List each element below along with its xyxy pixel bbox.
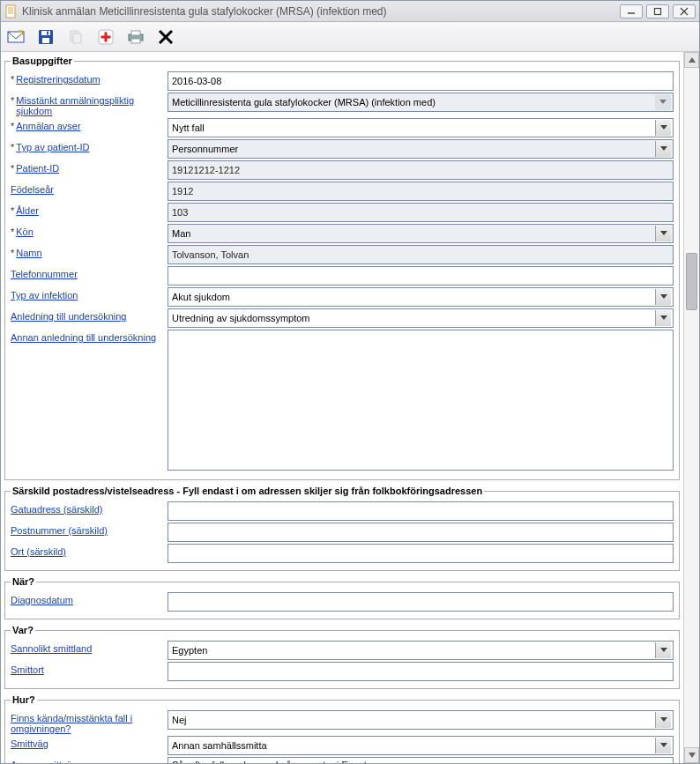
select-sannolikt-smittland[interactable]: Egypten [168,641,674,660]
scroll-down-button[interactable] [684,747,699,763]
input-postnummer[interactable] [168,523,674,542]
select-misstankt-sjukdom[interactable]: Meticillinresistenta gula stafylokocker … [168,93,674,112]
input-registreringsdatum[interactable] [168,71,674,91]
label-gatuadress[interactable]: Gatuadress (särskild) [11,504,103,515]
svg-rect-15 [73,33,81,43]
label-ort[interactable]: Ort (särskild) [11,546,66,557]
print-icon[interactable] [126,27,145,47]
label-anledning-undersokning[interactable]: Anledning till undersökning [11,311,126,322]
svg-marker-29 [660,315,667,320]
section-var: Var? Sannolikt smittland Egypten Smittor… [4,625,680,689]
minimize-button[interactable] [620,4,643,19]
label-annan-smittvag[interactable]: Annan smittväg [11,760,78,763]
svg-marker-24 [659,100,666,104]
label-postnummer[interactable]: Postnummer (särskild) [11,525,108,536]
svg-marker-31 [660,717,667,722]
label-sannolikt-smittland[interactable]: Sannolikt smittland [11,643,92,654]
chevron-down-icon [655,226,671,241]
label-registreringsdatum[interactable]: Registreringsdatum [16,74,100,85]
svg-rect-12 [42,38,49,43]
label-namn[interactable]: Namn [16,248,41,258]
label-smittort[interactable]: Smittort [11,664,44,675]
scroll-thumb[interactable] [686,253,697,310]
section-adress: Särskild postadress/vistelseadress - Fyl… [4,486,680,571]
chevron-down-icon [655,738,671,753]
label-kanda-fall[interactable]: Finns kända/misstänkta fall i omgivninge… [11,713,168,734]
maximize-button[interactable] [646,4,669,19]
legend-adress: Särskild postadress/vistelseadress - Fyl… [11,486,484,496]
label-alder[interactable]: Ålder [16,205,39,216]
window-buttons [620,4,696,19]
label-annan-anledning[interactable]: Annan anledning till undersökning [11,332,156,343]
chevron-down-icon [655,310,671,326]
label-typ-infektion[interactable]: Typ av infektion [11,290,78,300]
chevron-down-icon [655,712,671,728]
textarea-annan-smittvag[interactable] [168,757,674,763]
svg-marker-25 [660,125,667,130]
chevron-down-icon [655,642,671,658]
required-marker: * [11,74,14,85]
label-telefonnummer[interactable]: Telefonnummer [11,269,78,279]
svg-marker-34 [689,753,696,758]
window-title: Klinisk anmälan Meticillinresistenta gul… [22,5,620,18]
select-anledning-undersokning[interactable]: Utredning av sjukdomssymptom [168,308,674,328]
form-scroll[interactable]: Basuppgifter *Registreringsdatum *Misstä… [1,52,683,763]
label-patient-id[interactable]: Patient-ID [16,163,59,174]
label-anmalan-avser[interactable]: Anmälan avser [16,121,80,131]
label-kon[interactable]: Kön [16,226,34,237]
input-namn[interactable] [168,245,674,264]
select-smittvag[interactable]: Annan samhällssmitta [168,736,674,755]
svg-marker-33 [689,57,696,63]
document-icon [4,4,19,19]
chevron-down-icon [655,120,671,136]
legend-basuppgifter: Basuppgifter [11,56,74,66]
svg-marker-30 [660,648,667,652]
input-diagnosdatum[interactable] [168,592,674,612]
save-icon[interactable] [36,27,56,47]
svg-marker-27 [660,231,667,235]
select-kon[interactable]: Man [168,224,674,243]
input-patient-id[interactable] [168,160,674,180]
legend-nar: När? [11,576,36,587]
svg-marker-28 [660,294,667,299]
label-diagnosdatum[interactable]: Diagnosdatum [11,595,73,605]
scroll-up-button[interactable] [684,52,699,68]
legend-hur: Hur? [11,694,37,705]
input-ort[interactable] [168,544,674,563]
titlebar: Klinisk anmälan Meticillinresistenta gul… [1,1,699,22]
select-kanda-fall[interactable]: Nej [168,710,674,730]
label-misstankt-sjukdom[interactable]: Misstänkt anmälningspliktig sjukdom [16,95,168,116]
label-smittvag[interactable]: Smittväg [11,738,48,749]
input-alder[interactable] [168,203,674,222]
copy-icon[interactable] [66,27,86,47]
scroll-track[interactable] [684,68,699,747]
svg-rect-13 [47,31,48,34]
select-anmalan-avser[interactable]: Nytt fall [168,118,674,137]
cancel-icon[interactable] [156,27,175,47]
label-fodelsear[interactable]: Födelseår [11,184,54,195]
input-telefonnummer[interactable] [168,266,674,286]
label-typ-patient-id[interactable]: Typ av patient-ID [16,142,89,152]
select-typ-infektion[interactable]: Akut sjukdom [168,287,674,307]
select-typ-patient-id[interactable]: Personnummer [168,139,674,159]
svg-rect-20 [131,31,140,35]
textarea-annan-anledning[interactable] [168,330,674,471]
close-button[interactable] [673,4,696,19]
medical-icon[interactable] [96,27,115,47]
chevron-down-icon [655,141,671,157]
app-window: Klinisk anmälan Meticillinresistenta gul… [0,0,700,764]
content-area: Basuppgifter *Registreringsdatum *Misstä… [1,52,699,763]
svg-rect-18 [101,35,111,38]
svg-marker-32 [660,743,667,747]
svg-rect-6 [655,8,661,14]
toolbar [1,22,699,52]
input-gatuadress[interactable] [168,501,674,521]
input-smittort[interactable] [168,662,674,681]
section-nar: När? Diagnosdatum [4,576,680,619]
svg-marker-26 [660,146,667,151]
section-hur: Hur? Finns kända/misstänkta fall i omgiv… [4,694,680,763]
legend-var: Var? [11,625,35,635]
vertical-scrollbar[interactable] [683,52,699,763]
input-fodelsear[interactable] [168,182,674,201]
mail-icon[interactable] [6,27,26,47]
